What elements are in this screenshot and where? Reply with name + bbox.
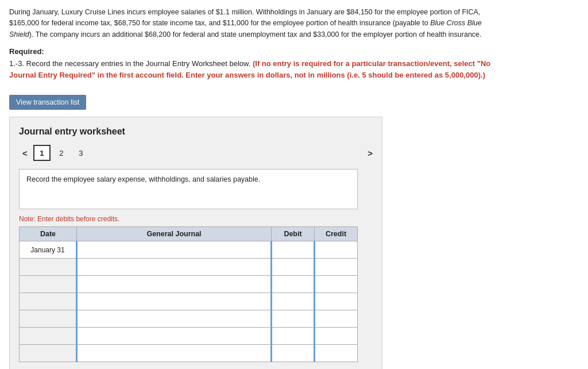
col-general-journal: General Journal — [77, 227, 272, 241]
table-row — [20, 293, 358, 310]
debit-input-cell[interactable] — [272, 328, 315, 345]
credit-input-cell[interactable] — [315, 345, 358, 362]
col-credit: Credit — [315, 227, 358, 241]
table-row: January 31 — [20, 241, 358, 259]
date-cell — [20, 259, 77, 276]
credit-input-cell[interactable] — [315, 241, 358, 259]
date-cell — [20, 345, 77, 362]
table-row — [20, 276, 358, 293]
entry-input-cell[interactable] — [77, 259, 272, 276]
intro-paragraph: During January, Luxury Cruise Lines incu… — [9, 7, 503, 40]
tab-2[interactable]: 2 — [53, 145, 70, 161]
description-box: Record the employee salary expense, with… — [19, 169, 358, 209]
debit-input-cell[interactable] — [272, 310, 315, 328]
credit-input-cell[interactable] — [315, 328, 358, 345]
debit-input-cell[interactable] — [272, 241, 315, 259]
tab-3[interactable]: 3 — [72, 145, 90, 161]
debit-input-cell[interactable] — [272, 259, 315, 276]
tab-1[interactable]: 1 — [33, 145, 51, 161]
table-row — [20, 345, 358, 362]
entry-input-cell[interactable] — [77, 345, 272, 362]
date-cell: January 31 — [20, 241, 77, 259]
date-cell — [20, 293, 77, 310]
tab-prev-arrow[interactable]: < — [19, 147, 31, 159]
worksheet-container: Journal entry worksheet < 1 2 3 > Record… — [9, 117, 382, 369]
table-row — [20, 328, 358, 345]
debit-input-cell[interactable] — [272, 345, 315, 362]
entry-input-cell[interactable] — [77, 310, 272, 328]
view-transaction-button[interactable]: View transaction list — [9, 95, 86, 110]
date-cell — [20, 310, 77, 328]
tab-next-arrow[interactable]: > — [368, 148, 373, 158]
entry-input-cell[interactable] — [77, 293, 272, 310]
col-date: Date — [20, 227, 77, 241]
date-cell — [20, 328, 77, 345]
table-row — [20, 310, 358, 328]
tab-navigation: < 1 2 3 > — [19, 145, 373, 161]
credit-input-cell[interactable] — [315, 293, 358, 310]
worksheet-title: Journal entry worksheet — [19, 126, 373, 137]
date-cell — [20, 276, 77, 293]
debit-input-cell[interactable] — [272, 276, 315, 293]
table-row — [20, 259, 358, 276]
credit-input-cell[interactable] — [315, 259, 358, 276]
credit-input-cell[interactable] — [315, 310, 358, 328]
required-label: Required: — [9, 47, 579, 56]
journal-table: Date General Journal Debit Credit Januar… — [19, 226, 358, 362]
debit-input-cell[interactable] — [272, 293, 315, 310]
entry-input-cell[interactable] — [77, 328, 272, 345]
instruction-text: 1.-3. Record the necessary entries in th… — [9, 58, 503, 81]
credit-input-cell[interactable] — [315, 276, 358, 293]
entry-input-cell[interactable] — [77, 276, 272, 293]
col-debit: Debit — [272, 227, 315, 241]
note-text: Note: Enter debits before credits. — [19, 215, 373, 223]
entry-input-cell[interactable] — [77, 241, 272, 259]
